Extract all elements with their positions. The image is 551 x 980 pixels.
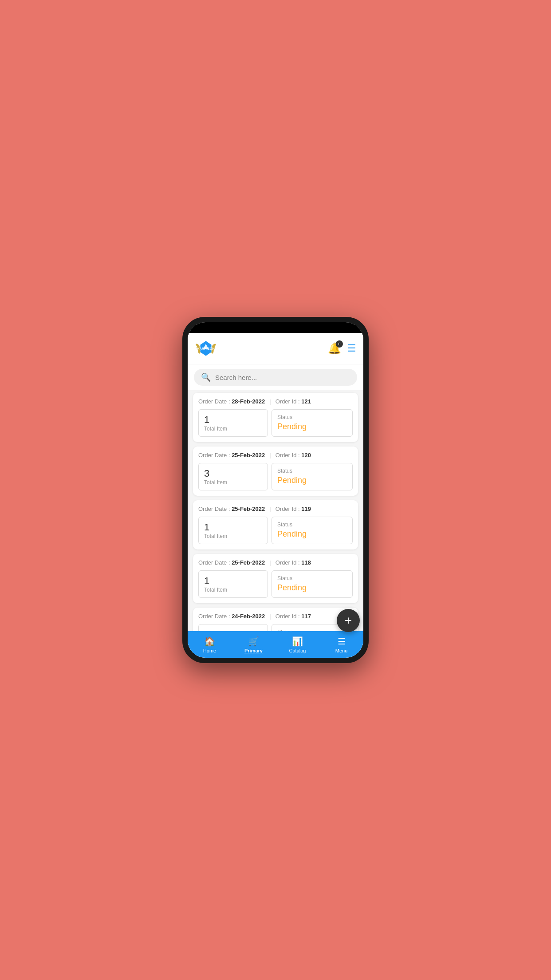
- logo: HARRISON: [195, 337, 217, 360]
- order-header-5: Order Date : 24-Feb-2022 | Order Id : 11…: [198, 613, 353, 620]
- order-header-3: Order Date : 25-Feb-2022 | Order Id : 11…: [198, 506, 353, 512]
- status-value-4: Pending: [277, 583, 347, 593]
- nav-item-home[interactable]: 🏠 Home: [188, 631, 232, 658]
- order-id-3: Order Id : 119: [276, 506, 311, 512]
- order-id-4: Order Id : 118: [276, 559, 311, 566]
- menu-nav-icon: ☰: [338, 636, 346, 647]
- add-order-fab[interactable]: +: [337, 609, 360, 632]
- status-label-1: Status: [277, 414, 347, 420]
- notification-badge: 0: [336, 340, 343, 348]
- order-id-2: Order Id : 120: [276, 452, 311, 458]
- item-count-label-3: Total Item: [204, 533, 262, 539]
- search-box: 🔍: [194, 369, 357, 386]
- catalog-nav-label: Catalog: [289, 648, 306, 653]
- orders-list: Order Date : 28-Feb-2022 | Order Id : 12…: [188, 390, 363, 631]
- app-container: HARRISON 🔔 0 ☰ 🔍: [188, 333, 363, 658]
- status-label-2: Status: [277, 468, 347, 474]
- primary-nav-label: Primary: [244, 648, 263, 653]
- menu-nav-label: Menu: [335, 648, 348, 653]
- search-input[interactable]: [215, 374, 350, 381]
- item-count-value-1: 1: [204, 414, 262, 426]
- item-count-box-1: 1 Total Item: [198, 409, 268, 437]
- nav-item-catalog[interactable]: 📊 Catalog: [276, 631, 319, 658]
- item-count-box-2: 3 Total Item: [198, 463, 268, 490]
- status-box-3: Status Pending: [272, 517, 353, 544]
- item-count-box-5: 1 Total Item: [198, 624, 268, 631]
- order-body-5: 1 Total Item Status Pending: [198, 624, 353, 631]
- home-nav-label: Home: [203, 648, 216, 653]
- order-card-2[interactable]: Order Date : 25-Feb-2022 | Order Id : 12…: [193, 447, 358, 496]
- order-card-3[interactable]: Order Date : 25-Feb-2022 | Order Id : 11…: [193, 500, 358, 549]
- status-value-2: Pending: [277, 476, 347, 485]
- item-count-box-4: 1 Total Item: [198, 570, 268, 598]
- order-header-1: Order Date : 28-Feb-2022 | Order Id : 12…: [198, 398, 353, 405]
- item-count-value-2: 3: [204, 468, 262, 479]
- order-date-5: Order Date : 24-Feb-2022: [198, 613, 265, 620]
- order-body-3: 1 Total Item Status Pending: [198, 517, 353, 544]
- nav-item-primary[interactable]: 🛒 Primary: [232, 631, 276, 658]
- home-nav-icon: 🏠: [204, 636, 215, 647]
- app-header: HARRISON 🔔 0 ☰: [188, 333, 363, 364]
- notification-button[interactable]: 🔔 0: [328, 342, 341, 355]
- order-card-5[interactable]: Order Date : 24-Feb-2022 | Order Id : 11…: [193, 608, 358, 631]
- order-date-3: Order Date : 25-Feb-2022: [198, 506, 265, 512]
- plus-icon: +: [345, 614, 352, 627]
- order-card-1[interactable]: Order Date : 28-Feb-2022 | Order Id : 12…: [193, 393, 358, 442]
- search-container: 🔍: [188, 364, 363, 390]
- catalog-nav-icon: 📊: [292, 636, 303, 647]
- header-divider: |: [269, 398, 271, 405]
- status-box-4: Status Pending: [272, 570, 353, 598]
- order-date-4: Order Date : 25-Feb-2022: [198, 559, 265, 566]
- status-label-4: Status: [277, 575, 347, 581]
- item-count-value-4: 1: [204, 575, 262, 587]
- order-date-2: Order Date : 25-Feb-2022: [198, 452, 265, 458]
- header-divider: |: [269, 452, 271, 458]
- hamburger-menu-button[interactable]: ☰: [347, 343, 356, 354]
- status-box-2: Status Pending: [272, 463, 353, 490]
- bottom-navigation: 🏠 Home 🛒 Primary 📊 Catalog ☰ Menu: [188, 631, 363, 658]
- primary-nav-icon: 🛒: [248, 636, 259, 647]
- header-divider: |: [269, 613, 271, 620]
- header-divider: |: [269, 506, 271, 512]
- order-header-2: Order Date : 25-Feb-2022 | Order Id : 12…: [198, 452, 353, 458]
- item-count-box-3: 1 Total Item: [198, 517, 268, 544]
- header-divider: |: [269, 559, 271, 566]
- order-id-1: Order Id : 121: [276, 398, 311, 405]
- status-box-1: Status Pending: [272, 409, 353, 437]
- order-body-1: 1 Total Item Status Pending: [198, 409, 353, 437]
- order-date-1: Order Date : 28-Feb-2022: [198, 398, 265, 405]
- status-bar: [188, 322, 363, 333]
- status-label-3: Status: [277, 522, 347, 528]
- item-count-label-4: Total Item: [204, 587, 262, 593]
- order-card-4[interactable]: Order Date : 25-Feb-2022 | Order Id : 11…: [193, 554, 358, 603]
- order-header-4: Order Date : 25-Feb-2022 | Order Id : 11…: [198, 559, 353, 566]
- phone-screen: HARRISON 🔔 0 ☰ 🔍: [188, 322, 363, 658]
- status-value-1: Pending: [277, 422, 347, 431]
- header-actions: 🔔 0 ☰: [328, 342, 356, 355]
- order-body-2: 3 Total Item Status Pending: [198, 463, 353, 490]
- search-icon: 🔍: [201, 372, 211, 382]
- order-id-5: Order Id : 117: [276, 613, 311, 620]
- item-count-label-1: Total Item: [204, 426, 262, 432]
- order-body-4: 1 Total Item Status Pending: [198, 570, 353, 598]
- status-value-3: Pending: [277, 530, 347, 539]
- item-count-value-3: 1: [204, 522, 262, 533]
- item-count-label-2: Total Item: [204, 479, 262, 486]
- nav-item-menu[interactable]: ☰ Menu: [319, 631, 363, 658]
- phone-frame: HARRISON 🔔 0 ☰ 🔍: [182, 317, 369, 663]
